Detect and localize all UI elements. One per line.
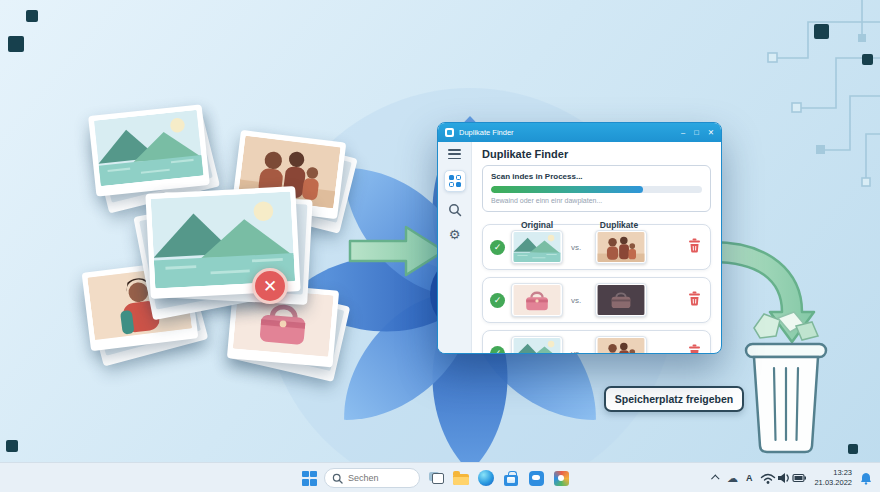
tray-expand-chevron-icon[interactable] [711,474,719,482]
check-icon: ✓ [490,240,505,255]
duplicate-row[interactable]: ✓ vs. [482,277,711,323]
start-button[interactable] [302,471,317,486]
sidebar-item-duplicates[interactable] [444,170,466,192]
scan-subtitle: Bewaind oder einn einr dawplaten... [491,197,702,204]
duplicate-finder-window: Duplikate Finder – □ ✕ ⚙ Duplikate Finde… [437,122,722,354]
arrow-right-icon [348,220,448,282]
page-title: Duplikate Finder [482,148,711,160]
close-button[interactable]: ✕ [708,129,714,137]
decor-square [862,54,873,65]
delete-duplicate-button[interactable] [688,291,701,309]
decor-square [814,24,829,39]
scan-title: Scan indes in Process... [491,172,702,181]
photo-stack-landscape-large [148,190,323,320]
vs-label: vs. [571,349,581,355]
decor-square [6,440,18,452]
column-duplicate: Duplikate [587,220,651,230]
duplicate-thumbnail [595,336,647,354]
settings-gear-icon[interactable]: ⚙ [449,228,461,241]
scan-progress-fill [491,186,643,193]
photos-app-icon[interactable] [552,469,570,487]
duplicate-thumbnail [595,230,647,264]
notification-bell-icon[interactable] [860,472,872,485]
desktop: ✕ Speicherplatz freigeben Duplikate Find… [0,0,880,492]
file-explorer-icon[interactable] [452,469,470,487]
window-titlebar[interactable]: Duplikate Finder – □ ✕ [438,123,721,142]
tray-date: 21.03.2022 [814,478,852,488]
app-sidebar: ⚙ [438,142,472,353]
original-thumbnail [511,283,563,317]
taskbar: ☁ A 13:23 21.03.2022 [0,462,880,492]
taskbar-clock[interactable]: 13:23 21.03.2022 [814,468,852,488]
tray-time: 13:23 [814,468,852,478]
free-space-button[interactable]: Speicherplatz freigeben [604,386,744,412]
edge-browser-icon[interactable] [477,469,495,487]
duplicate-row[interactable]: ✓ vs. [482,330,711,354]
check-icon: ✓ [490,346,505,355]
trash-icon [688,238,701,253]
delete-duplicate-button[interactable] [688,344,701,354]
chat-app-icon[interactable] [527,469,545,487]
scan-status-card: Scan indes in Process... Bewaind oder ei… [482,165,711,212]
app-icon [445,128,454,137]
scan-progress-bar [491,186,702,193]
trash-can-illustration [738,310,834,460]
search-icon[interactable] [448,203,462,217]
language-indicator[interactable]: A [746,473,753,483]
landscape-photo [94,110,204,187]
menu-icon[interactable] [448,149,461,159]
check-icon: ✓ [490,293,505,308]
trash-icon [688,344,701,354]
duplicate-thumbnail [595,283,647,317]
app-main: Duplikate Finder Scan indes in Process..… [472,142,721,353]
column-original: Original [505,220,569,230]
vs-label: vs. [571,243,581,252]
network-volume-battery-icons[interactable] [760,471,806,485]
original-thumbnail [511,230,563,264]
onedrive-cloud-icon[interactable]: ☁ [727,473,738,484]
duplicate-row[interactable]: ✓ vs. [482,224,711,270]
grid-icon [449,175,461,187]
delete-duplicate-button[interactable] [688,238,701,256]
taskbar-search[interactable] [324,468,420,488]
delete-cross-badge: ✕ [252,268,288,304]
minimize-button[interactable]: – [681,129,685,137]
search-icon [332,473,343,484]
decor-square [26,10,38,22]
microsoft-store-icon[interactable] [502,469,520,487]
task-view-icon[interactable] [427,469,445,487]
trash-icon [688,291,701,306]
cross-icon: ✕ [263,276,277,297]
vs-label: vs. [571,296,581,305]
window-title: Duplikate Finder [459,128,514,137]
decor-square [848,444,858,454]
search-input[interactable] [348,473,408,483]
original-thumbnail [511,336,563,354]
maximize-button[interactable]: □ [694,129,699,137]
decor-square [8,36,24,52]
